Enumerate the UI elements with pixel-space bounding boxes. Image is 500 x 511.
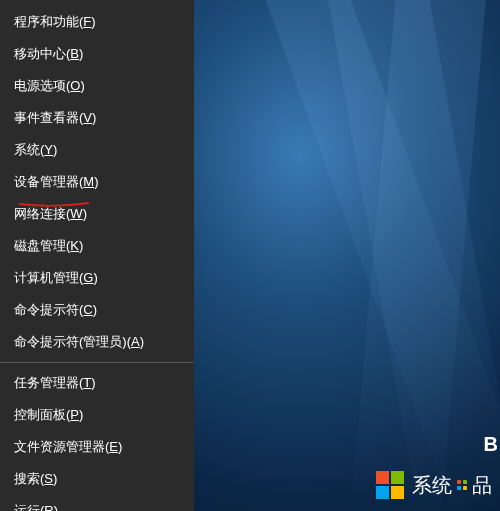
accelerator-key: Y: [44, 142, 53, 157]
menu-item[interactable]: 控制面板(P): [0, 399, 194, 431]
decorative-dots-icon: [457, 480, 467, 490]
menu-item-label: 电源选项: [14, 78, 66, 93]
watermark-text: 系统 品: [412, 472, 492, 499]
accelerator-key: R: [44, 503, 53, 511]
accelerator-key: K: [70, 238, 79, 253]
partial-edge-text: B: [484, 433, 498, 456]
menu-item-label: 计算机管理: [14, 270, 79, 285]
menu-item[interactable]: 电源选项(O): [0, 70, 194, 102]
menu-item-label: 搜索: [14, 471, 40, 486]
menu-separator: [0, 362, 194, 363]
menu-item-label: 网络连接: [14, 206, 66, 221]
accelerator-key: W: [70, 206, 82, 221]
menu-item-label: 命令提示符: [14, 302, 79, 317]
accelerator-key: G: [83, 270, 93, 285]
menu-item[interactable]: 命令提示符(管理员)(A): [0, 326, 194, 358]
menu-item-label: 程序和功能: [14, 14, 79, 29]
accelerator-key: V: [83, 110, 92, 125]
menu-item-label: 命令提示符(管理员): [14, 334, 127, 349]
menu-item-label: 文件资源管理器: [14, 439, 105, 454]
menu-item[interactable]: 程序和功能(F): [0, 6, 194, 38]
menu-item-label: 任务管理器: [14, 375, 79, 390]
menu-item-label: 事件查看器: [14, 110, 79, 125]
accelerator-key: M: [83, 174, 94, 189]
menu-item[interactable]: 移动中心(B): [0, 38, 194, 70]
menu-item-label: 移动中心: [14, 46, 66, 61]
menu-item[interactable]: 运行(R): [0, 495, 194, 511]
menu-item[interactable]: 磁盘管理(K): [0, 230, 194, 262]
menu-item-label: 运行: [14, 503, 40, 511]
menu-item[interactable]: 文件资源管理器(E): [0, 431, 194, 463]
menu-item[interactable]: 搜索(S): [0, 463, 194, 495]
menu-item[interactable]: 系统(Y): [0, 134, 194, 166]
accelerator-key: E: [109, 439, 118, 454]
site-watermark: 系统 品: [376, 471, 492, 499]
menu-item[interactable]: 任务管理器(T): [0, 367, 194, 399]
menu-item-label: 控制面板: [14, 407, 66, 422]
menu-item-label: 设备管理器: [14, 174, 79, 189]
menu-item-label: 磁盘管理: [14, 238, 66, 253]
menu-item-label: 系统: [14, 142, 40, 157]
windows-logo-icon: [376, 471, 404, 499]
accelerator-key: A: [131, 334, 140, 349]
menu-item[interactable]: 网络连接(W): [0, 198, 194, 230]
menu-item[interactable]: 事件查看器(V): [0, 102, 194, 134]
menu-item[interactable]: 计算机管理(G): [0, 262, 194, 294]
menu-item[interactable]: 设备管理器(M): [0, 166, 194, 198]
winx-context-menu: 程序和功能(F)移动中心(B)电源选项(O)事件查看器(V)系统(Y)设备管理器…: [0, 0, 194, 511]
menu-item[interactable]: 命令提示符(C): [0, 294, 194, 326]
accelerator-key: S: [44, 471, 53, 486]
accelerator-key: P: [70, 407, 79, 422]
accelerator-key: B: [70, 46, 79, 61]
accelerator-key: C: [83, 302, 92, 317]
accelerator-key: O: [70, 78, 80, 93]
